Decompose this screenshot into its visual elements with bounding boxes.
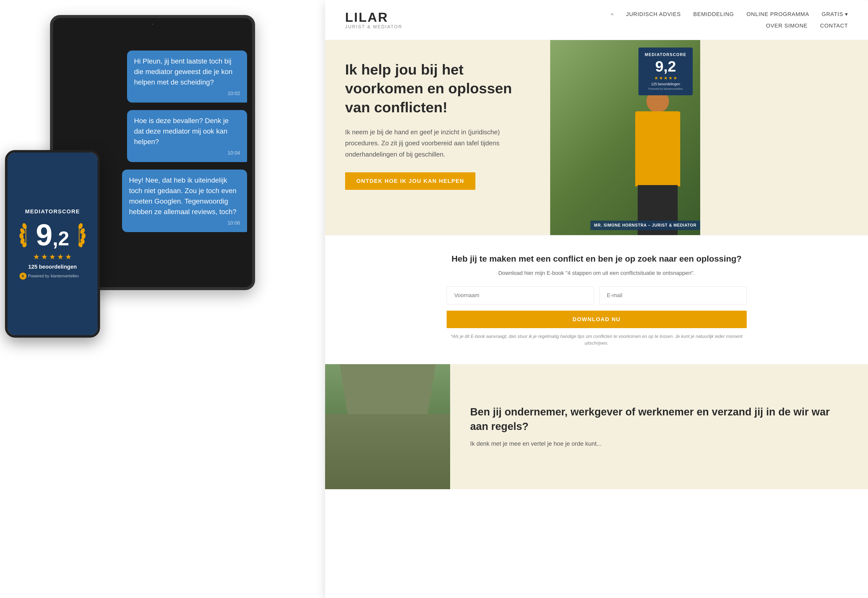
hero-text: Ik help jou bij het voorkomen en oplosse…	[325, 40, 550, 235]
phone-screen: MEDIATORSCORE	[7, 152, 97, 335]
badge-stars: ★ ★ ★ ★ ★	[645, 75, 686, 81]
badge-reviews: 125 beoordelingen	[645, 82, 686, 86]
score-badge-overlay: MEDIATORSCORE 9,2 ★ ★ ★ ★ ★ 125 beoordel…	[638, 48, 693, 95]
site-navigation: LILAR JURIST & MEDIATOR JURIDISCH ADVIES…	[325, 0, 868, 40]
hero-image: MEDIATORSCORE 9,2 ★ ★ ★ ★ ★ 125 beoordel…	[550, 40, 700, 235]
nav-bemiddeling[interactable]: BEMIDDELING	[693, 11, 734, 18]
teaser-image	[325, 364, 450, 489]
ebook-title: Heb jij te maken met een conflict en ben…	[345, 253, 848, 265]
score-number: 9,2	[36, 218, 69, 252]
hero-bg: MEDIATORSCORE 9,2 ★ ★ ★ ★ ★ 125 beoordel…	[550, 40, 700, 235]
badge-powered: Powered by klantenvertellen	[645, 87, 686, 90]
hero-cta-button[interactable]: ONTDEK HOE IK JOU KAN HELPEN	[345, 172, 475, 190]
hero-caption: MR. SIMONE HORNSTRA – JURIST & MEDIATOR	[590, 221, 700, 230]
laurel-right-icon	[72, 222, 85, 247]
ebook-subtitle: Download hier mijn E-book "4 stappen om …	[345, 270, 848, 277]
download-button[interactable]: DOWNLOAD NU	[447, 311, 747, 328]
nav-juridisch[interactable]: JURIDISCH ADVIES	[626, 11, 681, 18]
svg-rect-11	[79, 225, 79, 245]
nav-links: JURIDISCH ADVIES BEMIDDELING ONLINE PROG…	[611, 11, 848, 29]
person-body	[635, 111, 680, 186]
tree-overlay	[325, 364, 450, 489]
stars-row: ★ ★ ★ ★ ★	[19, 253, 85, 261]
nav-online-programma[interactable]: ONLINE PROGRAMMA	[747, 11, 809, 18]
chat-message-1: Hi Pleun, jij bent laatste toch bij die …	[127, 51, 247, 103]
firstname-input[interactable]	[447, 286, 594, 304]
tablet-camera	[151, 22, 154, 26]
website-section: LILAR JURIST & MEDIATOR JURIDISCH ADVIES…	[325, 0, 868, 598]
teaser-title: Ben jij ondernemer, werkgever of werknem…	[470, 405, 848, 434]
badge-score: 9,2	[645, 59, 686, 74]
chat-message-3: Hey! Nee, dat heb ik uiteindelijk toch n…	[122, 170, 247, 232]
ebook-section: Heb jij te maken met een conflict en ben…	[325, 235, 868, 364]
devices-section: Hi Pleun, jij bent laatste toch bij die …	[0, 0, 350, 598]
nav-over-simone[interactable]: OVER SIMONE	[766, 22, 807, 29]
kv-logo: K	[19, 273, 27, 280]
nav-gratis[interactable]: GRATIS ▾	[822, 11, 848, 18]
bottom-teaser: Ben jij ondernemer, werkgever of werknem…	[325, 364, 868, 489]
nav-row-1: JURIDISCH ADVIES BEMIDDELING ONLINE PROG…	[611, 11, 848, 18]
logo-main: LILAR	[345, 10, 402, 24]
mediator-score-badge: MEDIATORSCORE	[19, 208, 85, 280]
ebook-form	[447, 286, 747, 304]
hero-section: Ik help jou bij het voorkomen en oplosse…	[325, 40, 868, 235]
badge-title: MEDIATORSCORE	[645, 52, 686, 57]
person-figure	[623, 90, 693, 235]
nav-contact[interactable]: CONTACT	[820, 22, 848, 29]
score-title: MEDIATORSCORE	[19, 208, 85, 215]
reviews-count: 125 beoordelingen	[19, 264, 85, 270]
hero-body: Ik neem je bij de hand en geef je inzich…	[345, 127, 530, 160]
hero-title: Ik help jou bij het voorkomen en oplosse…	[345, 60, 530, 117]
nav-dot	[611, 13, 613, 15]
powered-by: K Powered by klantenvertellen	[19, 273, 85, 280]
phone-device: MEDIATORSCORE	[5, 150, 100, 338]
chat-message-2: Hoe is deze bevallen? Denk je dat deze m…	[127, 110, 247, 162]
ebook-disclaimer: *Als je dit E-book aanvraagt, dan stuur …	[447, 333, 747, 347]
teaser-building-bg	[325, 364, 450, 489]
site-logo: LILAR JURIST & MEDIATOR	[345, 10, 402, 30]
svg-rect-5	[25, 225, 26, 245]
nav-row-2: OVER SIMONE CONTACT	[766, 22, 848, 29]
email-input[interactable]	[599, 286, 747, 304]
logo-subtitle: JURIST & MEDIATOR	[345, 24, 402, 30]
teaser-content: Ben jij ondernemer, werkgever of werknem…	[450, 364, 868, 489]
teaser-body: Ik denk met je mee en vertel je hoe je o…	[470, 439, 848, 448]
laurel-left-icon	[19, 222, 33, 247]
